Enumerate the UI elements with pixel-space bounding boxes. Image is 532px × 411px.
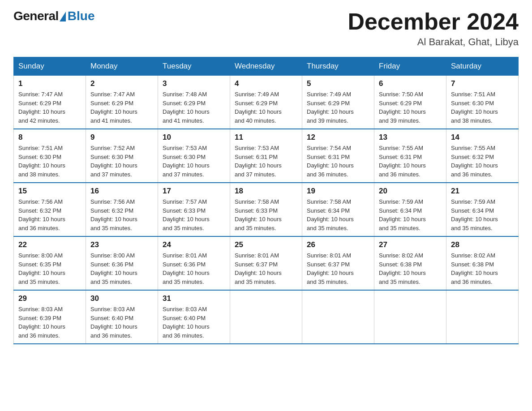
logo-general-text: General	[13, 9, 59, 23]
list-item: 4 Sunrise: 7:49 AMSunset: 6:29 PMDayligh…	[230, 76, 302, 129]
day-info: Sunrise: 7:48 AMSunset: 6:29 PMDaylight:…	[163, 91, 210, 124]
day-number: 18	[235, 187, 297, 196]
day-info: Sunrise: 7:58 AMSunset: 6:33 PMDaylight:…	[235, 198, 282, 231]
day-info: Sunrise: 8:03 AMSunset: 6:40 PMDaylight:…	[163, 306, 210, 339]
header-row: Sunday Monday Tuesday Wednesday Thursday…	[14, 57, 519, 76]
day-number: 27	[379, 240, 442, 249]
day-number: 20	[379, 187, 442, 196]
list-item: 19 Sunrise: 7:58 AMSunset: 6:34 PMDaylig…	[302, 183, 374, 236]
day-info: Sunrise: 7:59 AMSunset: 6:34 PMDaylight:…	[451, 198, 498, 231]
day-number: 13	[379, 133, 442, 142]
day-info: Sunrise: 7:52 AMSunset: 6:30 PMDaylight:…	[90, 145, 137, 178]
day-number: 10	[163, 133, 225, 142]
day-number: 14	[451, 133, 514, 142]
table-row: 15 Sunrise: 7:56 AMSunset: 6:32 PMDaylig…	[14, 183, 519, 236]
title-section: December 2024 Al Barakat, Ghat, Libya	[348, 9, 519, 48]
day-number: 29	[18, 294, 81, 303]
day-info: Sunrise: 8:01 AMSunset: 6:37 PMDaylight:…	[235, 252, 282, 285]
day-info: Sunrise: 8:00 AMSunset: 6:35 PMDaylight:…	[18, 252, 65, 285]
day-number: 8	[18, 133, 81, 142]
list-item: 10 Sunrise: 7:53 AMSunset: 6:30 PMDaylig…	[158, 129, 230, 183]
day-info: Sunrise: 8:01 AMSunset: 6:36 PMDaylight:…	[163, 252, 210, 285]
day-info: Sunrise: 7:55 AMSunset: 6:32 PMDaylight:…	[451, 145, 498, 178]
day-info: Sunrise: 7:53 AMSunset: 6:31 PMDaylight:…	[235, 145, 282, 178]
day-info: Sunrise: 8:03 AMSunset: 6:39 PMDaylight:…	[18, 306, 65, 339]
day-info: Sunrise: 7:53 AMSunset: 6:30 PMDaylight:…	[163, 145, 210, 178]
day-info: Sunrise: 8:01 AMSunset: 6:37 PMDaylight:…	[307, 252, 354, 285]
day-number: 9	[90, 133, 153, 142]
day-info: Sunrise: 7:57 AMSunset: 6:33 PMDaylight:…	[163, 198, 210, 231]
day-number: 2	[90, 79, 153, 88]
list-item: 21 Sunrise: 7:59 AMSunset: 6:34 PMDaylig…	[446, 183, 519, 236]
day-number: 19	[307, 187, 369, 196]
list-item: 9 Sunrise: 7:52 AMSunset: 6:30 PMDayligh…	[86, 129, 158, 183]
month-title: December 2024	[348, 9, 519, 34]
list-item: 15 Sunrise: 7:56 AMSunset: 6:32 PMDaylig…	[14, 183, 86, 236]
day-number: 25	[235, 240, 297, 249]
header-saturday: Saturday	[446, 57, 519, 76]
day-info: Sunrise: 7:51 AMSunset: 6:30 PMDaylight:…	[18, 145, 65, 178]
day-number: 23	[90, 240, 153, 249]
list-item: 2 Sunrise: 7:47 AMSunset: 6:29 PMDayligh…	[86, 76, 158, 129]
location-title: Al Barakat, Ghat, Libya	[348, 36, 519, 48]
day-number: 22	[18, 240, 81, 249]
day-number: 7	[451, 79, 514, 88]
day-number: 28	[451, 240, 514, 249]
logo-triangle-icon	[60, 12, 66, 21]
list-item: 11 Sunrise: 7:53 AMSunset: 6:31 PMDaylig…	[230, 129, 302, 183]
day-number: 16	[90, 187, 153, 196]
day-number: 11	[235, 133, 297, 142]
logo: General Blue	[13, 9, 94, 23]
list-item: 16 Sunrise: 7:56 AMSunset: 6:32 PMDaylig…	[86, 183, 158, 236]
calendar-table: Sunday Monday Tuesday Wednesday Thursday…	[13, 57, 519, 344]
list-item: 5 Sunrise: 7:49 AMSunset: 6:29 PMDayligh…	[302, 76, 374, 129]
day-info: Sunrise: 7:56 AMSunset: 6:32 PMDaylight:…	[90, 198, 137, 231]
list-item: 29 Sunrise: 8:03 AMSunset: 6:39 PMDaylig…	[14, 290, 86, 344]
day-info: Sunrise: 7:47 AMSunset: 6:29 PMDaylight:…	[18, 91, 65, 124]
day-info: Sunrise: 8:03 AMSunset: 6:40 PMDaylight:…	[90, 306, 137, 339]
day-number: 31	[163, 294, 225, 303]
day-number: 26	[307, 240, 369, 249]
day-info: Sunrise: 7:56 AMSunset: 6:32 PMDaylight:…	[18, 198, 65, 231]
day-info: Sunrise: 7:47 AMSunset: 6:29 PMDaylight:…	[90, 91, 137, 124]
table-row: 29 Sunrise: 8:03 AMSunset: 6:39 PMDaylig…	[14, 290, 519, 344]
day-number: 12	[307, 133, 369, 142]
day-info: Sunrise: 8:02 AMSunset: 6:38 PMDaylight:…	[379, 252, 426, 285]
table-row: 8 Sunrise: 7:51 AMSunset: 6:30 PMDayligh…	[14, 129, 519, 183]
list-item: 30 Sunrise: 8:03 AMSunset: 6:40 PMDaylig…	[86, 290, 158, 344]
day-number: 5	[307, 79, 369, 88]
list-item: 28 Sunrise: 8:02 AMSunset: 6:38 PMDaylig…	[446, 236, 519, 290]
list-item: 18 Sunrise: 7:58 AMSunset: 6:33 PMDaylig…	[230, 183, 302, 236]
list-item: 17 Sunrise: 7:57 AMSunset: 6:33 PMDaylig…	[158, 183, 230, 236]
header-sunday: Sunday	[14, 57, 86, 76]
list-item: 8 Sunrise: 7:51 AMSunset: 6:30 PMDayligh…	[14, 129, 86, 183]
logo-blue-text: Blue	[68, 9, 95, 23]
day-info: Sunrise: 7:49 AMSunset: 6:29 PMDaylight:…	[235, 91, 282, 124]
list-item: 26 Sunrise: 8:01 AMSunset: 6:37 PMDaylig…	[302, 236, 374, 290]
page-header: General Blue December 2024 Al Barakat, G…	[13, 9, 519, 48]
empty-cell	[230, 290, 302, 344]
empty-cell	[302, 290, 374, 344]
header-thursday: Thursday	[302, 57, 374, 76]
day-number: 4	[235, 79, 297, 88]
header-friday: Friday	[374, 57, 446, 76]
day-info: Sunrise: 7:54 AMSunset: 6:31 PMDaylight:…	[307, 145, 354, 178]
list-item: 14 Sunrise: 7:55 AMSunset: 6:32 PMDaylig…	[446, 129, 519, 183]
day-info: Sunrise: 7:58 AMSunset: 6:34 PMDaylight:…	[307, 198, 354, 231]
day-info: Sunrise: 7:51 AMSunset: 6:30 PMDaylight:…	[451, 91, 498, 124]
list-item: 13 Sunrise: 7:55 AMSunset: 6:31 PMDaylig…	[374, 129, 446, 183]
list-item: 7 Sunrise: 7:51 AMSunset: 6:30 PMDayligh…	[446, 76, 519, 129]
day-info: Sunrise: 7:50 AMSunset: 6:29 PMDaylight:…	[379, 91, 426, 124]
list-item: 24 Sunrise: 8:01 AMSunset: 6:36 PMDaylig…	[158, 236, 230, 290]
day-number: 15	[18, 187, 81, 196]
list-item: 31 Sunrise: 8:03 AMSunset: 6:40 PMDaylig…	[158, 290, 230, 344]
table-row: 1 Sunrise: 7:47 AMSunset: 6:29 PMDayligh…	[14, 76, 519, 129]
list-item: 20 Sunrise: 7:59 AMSunset: 6:34 PMDaylig…	[374, 183, 446, 236]
empty-cell	[374, 290, 446, 344]
day-number: 21	[451, 187, 514, 196]
list-item: 27 Sunrise: 8:02 AMSunset: 6:38 PMDaylig…	[374, 236, 446, 290]
table-row: 22 Sunrise: 8:00 AMSunset: 6:35 PMDaylig…	[14, 236, 519, 290]
list-item: 12 Sunrise: 7:54 AMSunset: 6:31 PMDaylig…	[302, 129, 374, 183]
day-number: 1	[18, 79, 81, 88]
empty-cell	[446, 290, 519, 344]
